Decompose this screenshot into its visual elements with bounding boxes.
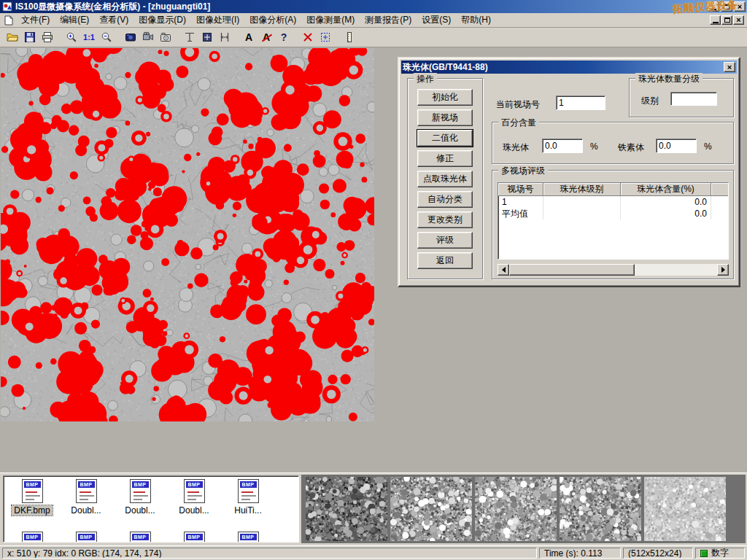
file-item[interactable]: BMP <box>59 532 113 542</box>
file-item[interactable]: BMP HuiTi... <box>221 479 275 516</box>
operation-group: 操作 初始化 新视场 二值化 修正 点取珠光体 自动分类 更改类别 评级 返回 <box>407 78 483 279</box>
bmp-file-icon: BMP <box>184 532 205 542</box>
icon-decoration <box>26 499 34 500</box>
auto-classify-button[interactable]: 自动分类 <box>417 191 473 208</box>
save-button[interactable] <box>21 29 39 46</box>
file-name[interactable]: Doubl... <box>177 505 211 516</box>
percent-group-label: 百分含量 <box>498 117 539 129</box>
menu-file[interactable]: 文件(F) <box>16 12 55 28</box>
video-button[interactable] <box>139 29 157 46</box>
zoom-out-button[interactable] <box>98 29 115 46</box>
file-name[interactable]: Doubl... <box>69 505 103 516</box>
binarize-button[interactable]: 二值化 <box>417 130 473 147</box>
pick-pearlite-button[interactable]: 点取珠光体 <box>417 171 473 187</box>
menu-settings[interactable]: 设置(S) <box>417 12 456 28</box>
icon-decoration <box>80 491 91 493</box>
cell-ferrite <box>711 196 729 208</box>
actual-size-button[interactable]: 1:1 <box>80 29 98 46</box>
dialog-close-button[interactable]: × <box>724 62 735 72</box>
correct-button[interactable]: 修正 <box>417 150 473 167</box>
file-item[interactable]: BMP <box>113 532 167 542</box>
dialog-titlebar[interactable]: 珠光体(GB/T9441-88) × <box>401 61 737 74</box>
menu-image-process[interactable]: 图像处理(I) <box>191 12 244 28</box>
help-button[interactable]: ? <box>275 29 293 46</box>
close-button[interactable]: × <box>734 1 746 12</box>
titlebar[interactable]: IS100显微摄像系统(金相分析版) - [zhuguangti01] × <box>0 0 747 13</box>
cell-level <box>543 196 621 208</box>
print-button[interactable] <box>39 29 56 46</box>
open-button[interactable] <box>4 29 21 46</box>
file-item[interactable]: BMP <box>167 532 221 542</box>
thumbnail-image[interactable] <box>390 477 472 541</box>
menu-view[interactable]: 查看(V) <box>94 12 133 28</box>
toolbar-separator <box>293 29 299 46</box>
file-item[interactable]: BMP Doubl... <box>59 479 113 516</box>
floppy-icon <box>24 31 36 43</box>
file-item[interactable]: BMP DKF.bmp <box>5 479 59 516</box>
scroll-right-button[interactable] <box>717 264 729 276</box>
thumbnail-image[interactable] <box>560 477 641 541</box>
scroll-thumb[interactable] <box>509 264 635 276</box>
mdi-minimize-button[interactable] <box>710 15 721 25</box>
rate-button[interactable]: 评级 <box>417 232 473 249</box>
capture-button[interactable] <box>122 29 139 46</box>
file-name[interactable]: HuiTi... <box>232 505 264 516</box>
metallograph-image[interactable] <box>1 48 374 421</box>
bmp-file-icon: BMP <box>184 479 205 503</box>
text-annotation-button[interactable]: A <box>240 29 258 46</box>
menu-measure-report[interactable]: 测量报告(P) <box>360 12 417 28</box>
bmp-badge: BMP <box>186 481 203 488</box>
caliper-icon <box>184 31 196 43</box>
zoom-in-button[interactable] <box>63 29 80 46</box>
thumbnail-image[interactable] <box>475 477 557 541</box>
multifield-group: 多视场评级 视场号 珠光体级别 珠光体含量(%) 铁素 1 0.0 <box>492 170 734 279</box>
pearlite-percent-input[interactable] <box>542 139 583 153</box>
ferrite-percent-input[interactable] <box>656 139 697 153</box>
thumbnail-image[interactable] <box>644 477 726 541</box>
mdi-close-button[interactable]: × <box>733 15 744 25</box>
cell-field: 平均值 <box>498 208 543 219</box>
change-class-button[interactable]: 更改类别 <box>417 211 473 228</box>
initialize-button[interactable]: 初始化 <box>417 89 473 106</box>
level-input[interactable] <box>670 92 717 106</box>
table-horizontal-scrollbar[interactable] <box>498 264 729 276</box>
return-button[interactable]: 返回 <box>417 252 473 269</box>
menu-image-measure[interactable]: 图像测量(M) <box>301 12 360 28</box>
measure-length-button[interactable] <box>181 29 198 46</box>
ruler-button[interactable] <box>341 29 358 46</box>
file-item[interactable]: BMP <box>5 532 59 542</box>
cut-button[interactable] <box>299 29 317 46</box>
scroll-left-button[interactable] <box>498 264 509 276</box>
file-name[interactable]: Doubl... <box>123 505 157 516</box>
file-name[interactable]: DKF.bmp <box>12 505 52 516</box>
measure-grid-button[interactable] <box>198 29 216 46</box>
ruler-icon <box>344 31 355 43</box>
grading-group: 珠光体数量分级 级别 <box>629 78 734 117</box>
workspace: 珠光体(GB/T9441-88) × 操作 初始化 新视场 二值化 修正 点取珠… <box>0 47 747 472</box>
mode-status: 数字 <box>695 548 745 559</box>
select-area-button[interactable] <box>317 29 334 46</box>
measure-width-button[interactable] <box>216 29 233 46</box>
table-row[interactable]: 平均值 0.0 <box>498 208 728 219</box>
current-field-input[interactable] <box>556 96 605 110</box>
file-item[interactable]: BMP Doubl... <box>167 479 221 516</box>
pearlite-dialog: 珠光体(GB/T9441-88) × 操作 初始化 新视场 二值化 修正 点取珠… <box>398 57 740 287</box>
file-item[interactable]: BMP Doubl... <box>113 479 167 516</box>
icon-decoration <box>187 491 199 493</box>
menu-help[interactable]: 帮助(H) <box>456 12 496 28</box>
menu-image-display[interactable]: 图像显示(D) <box>133 12 191 28</box>
scroll-track[interactable] <box>509 264 717 276</box>
icon-decoration <box>241 499 250 500</box>
menu-edit[interactable]: 编辑(E) <box>55 12 94 28</box>
camera-button[interactable] <box>157 29 174 46</box>
minimize-button[interactable] <box>708 1 719 12</box>
menu-image-analysis[interactable]: 图像分析(A) <box>244 12 301 28</box>
table-row[interactable]: 1 0.0 <box>498 196 728 208</box>
new-field-button[interactable]: 新视场 <box>417 109 473 126</box>
file-item[interactable]: BMP <box>221 532 275 542</box>
thumbnail-image[interactable] <box>306 477 387 541</box>
delete-annotation-button[interactable]: A <box>258 29 275 46</box>
restore-button[interactable] <box>721 1 732 12</box>
mdi-restore-button[interactable] <box>721 15 732 25</box>
percent-group: 百分含量 珠光体 % 铁素体 % <box>492 122 734 164</box>
